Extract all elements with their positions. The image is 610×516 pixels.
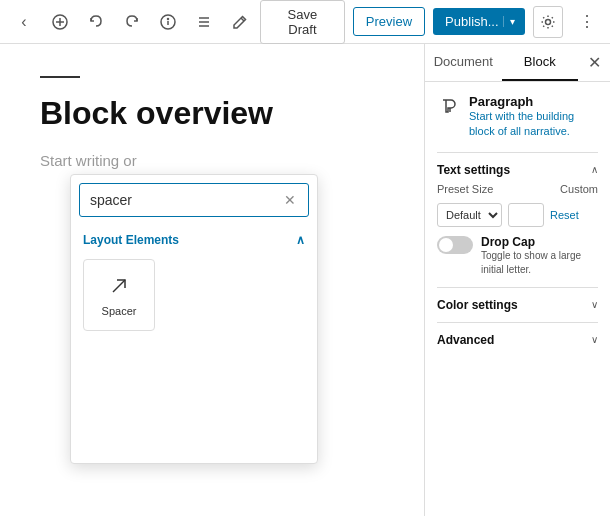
panel-tabs: Document Block ✕: [425, 44, 610, 82]
block-grid: Spacer: [71, 251, 317, 343]
block-info-text: Paragraph Start with the building block …: [469, 94, 598, 140]
block-info: Paragraph Start with the building block …: [437, 94, 598, 140]
text-settings-section: Text settings ∧ Preset Size Custom Defau…: [437, 152, 598, 287]
panel-body: Paragraph Start with the building block …: [425, 82, 610, 516]
preset-size-select[interactable]: Default: [437, 203, 502, 227]
drop-cap-text: Drop Cap Toggle to show a large initial …: [481, 235, 598, 277]
block-section-header: Layout Elements ∧: [71, 225, 317, 251]
panel-close-button[interactable]: ✕: [578, 47, 610, 79]
info-button[interactable]: [152, 6, 184, 38]
list-view-button[interactable]: [188, 6, 220, 38]
block-search-empty-area: [71, 343, 317, 463]
color-settings-title: Color settings: [437, 298, 518, 312]
advanced-chevron: ∨: [591, 334, 598, 345]
toolbar-left: ‹: [8, 6, 256, 38]
add-block-button[interactable]: [44, 6, 76, 38]
drop-cap-label: Drop Cap: [481, 235, 598, 249]
toggle-knob: [439, 238, 453, 252]
block-search-input-wrap: ✕: [79, 183, 309, 217]
preset-size-row: Preset Size Custom: [437, 183, 598, 195]
custom-size-input[interactable]: [508, 203, 544, 227]
advanced-title: Advanced: [437, 333, 494, 347]
drop-cap-row: Drop Cap Toggle to show a large initial …: [437, 235, 598, 277]
editor-rule: [40, 76, 80, 78]
layout-elements-chevron: ∧: [296, 233, 305, 247]
editor-placeholder[interactable]: Start writing or: [40, 152, 384, 169]
layout-elements-label: Layout Elements: [83, 233, 179, 247]
preview-button[interactable]: Preview: [353, 7, 425, 36]
toolbar: ‹ Save Draft Preview Publish... ▾ ⋮: [0, 0, 610, 44]
main-area: Block overview Start writing or ✕ Layout…: [0, 44, 610, 516]
drop-cap-toggle[interactable]: [437, 236, 473, 254]
redo-button[interactable]: [116, 6, 148, 38]
advanced-section: Advanced ∨: [437, 322, 598, 347]
block-name: Paragraph: [469, 94, 598, 109]
publish-label: Publish...: [445, 14, 498, 29]
preset-size-controls: Default Reset: [437, 203, 598, 227]
paragraph-icon: [437, 94, 461, 118]
more-options-button[interactable]: ⋮: [571, 6, 602, 38]
svg-point-10: [545, 19, 550, 24]
edit-button[interactable]: [224, 6, 256, 38]
preset-size-label: Preset Size: [437, 183, 554, 195]
custom-label: Custom: [560, 183, 598, 195]
toolbar-right: Save Draft Preview Publish... ▾ ⋮: [260, 0, 602, 44]
block-search-popup: ✕ Layout Elements ∧ Spacer: [70, 174, 318, 464]
svg-line-11: [113, 280, 125, 292]
text-settings-header[interactable]: Text settings ∧: [437, 163, 598, 183]
text-settings-title: Text settings: [437, 163, 510, 177]
color-settings-chevron: ∨: [591, 299, 598, 310]
editor-title[interactable]: Block overview: [40, 94, 384, 132]
color-settings-section[interactable]: Color settings ∨: [437, 287, 598, 322]
drop-cap-desc: Toggle to show a large initial letter.: [481, 249, 598, 277]
publish-chevron[interactable]: ▾: [503, 16, 521, 27]
block-desc: Start with the building block of all nar…: [469, 109, 598, 140]
text-settings-chevron: ∧: [591, 164, 598, 175]
tab-document[interactable]: Document: [425, 44, 502, 81]
save-draft-button[interactable]: Save Draft: [260, 0, 345, 44]
tab-block[interactable]: Block: [502, 44, 579, 81]
block-search-input[interactable]: [90, 192, 282, 208]
back-button[interactable]: ‹: [8, 6, 40, 38]
undo-button[interactable]: [80, 6, 112, 38]
svg-point-5: [168, 18, 169, 19]
spacer-block-label: Spacer: [102, 305, 137, 317]
publish-button[interactable]: Publish... ▾: [433, 8, 524, 35]
right-panel: Document Block ✕ Paragraph Start with th…: [424, 44, 610, 516]
editor-area[interactable]: Block overview Start writing or ✕ Layout…: [0, 44, 424, 516]
advanced-header[interactable]: Advanced ∨: [437, 333, 598, 347]
settings-button[interactable]: [533, 6, 564, 38]
spacer-block-item[interactable]: Spacer: [83, 259, 155, 331]
reset-button[interactable]: Reset: [550, 209, 579, 221]
spacer-icon: [107, 274, 131, 301]
block-search-clear-button[interactable]: ✕: [282, 192, 298, 208]
